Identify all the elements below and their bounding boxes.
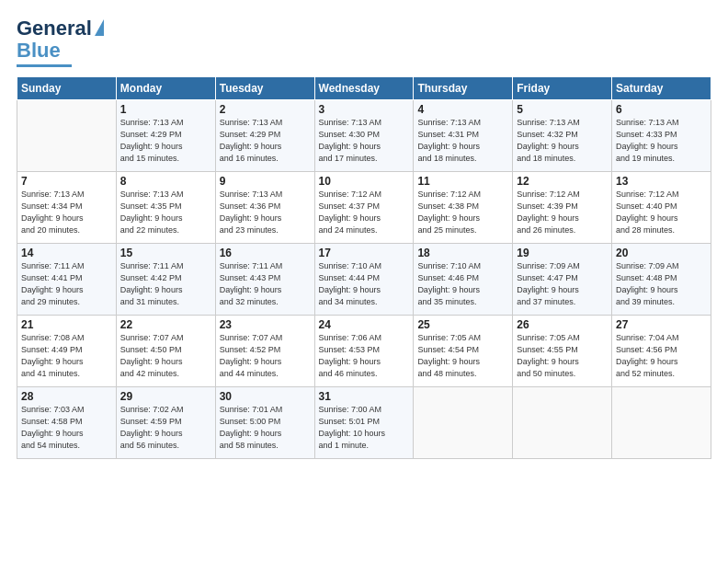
day-info: Sunrise: 7:11 AMSunset: 4:42 PMDaylight:… <box>120 260 211 308</box>
day-number: 10 <box>319 175 410 188</box>
calendar-week-5: 28Sunrise: 7:03 AMSunset: 4:58 PMDayligh… <box>17 387 711 459</box>
day-info: Sunrise: 7:12 AMSunset: 4:40 PMDaylight:… <box>616 189 707 236</box>
day-info: Sunrise: 7:03 AMSunset: 4:58 PMDaylight:… <box>21 404 112 452</box>
calendar-cell: 25Sunrise: 7:05 AMSunset: 4:54 PMDayligh… <box>414 316 513 387</box>
day-info: Sunrise: 7:06 AMSunset: 4:53 PMDaylight:… <box>319 332 410 380</box>
day-info: Sunrise: 7:07 AMSunset: 4:50 PMDaylight:… <box>120 332 211 380</box>
day-info: Sunrise: 7:13 AMSunset: 4:31 PMDaylight:… <box>417 117 508 165</box>
day-number: 11 <box>417 175 508 188</box>
day-info: Sunrise: 7:13 AMSunset: 4:32 PMDaylight:… <box>517 117 608 165</box>
calendar-cell: 16Sunrise: 7:11 AMSunset: 4:43 PMDayligh… <box>215 244 314 316</box>
calendar-cell: 17Sunrise: 7:10 AMSunset: 4:44 PMDayligh… <box>314 244 414 316</box>
calendar-cell: 7Sunrise: 7:13 AMSunset: 4:34 PMDaylight… <box>17 172 117 244</box>
day-number: 4 <box>417 103 508 116</box>
calendar-cell <box>513 387 612 459</box>
day-info: Sunrise: 7:04 AMSunset: 4:56 PMDaylight:… <box>616 332 707 380</box>
day-info: Sunrise: 7:10 AMSunset: 4:46 PMDaylight:… <box>417 260 508 308</box>
day-info: Sunrise: 7:10 AMSunset: 4:44 PMDaylight:… <box>319 260 410 308</box>
day-number: 22 <box>120 318 211 331</box>
day-info: Sunrise: 7:05 AMSunset: 4:54 PMDaylight:… <box>417 332 508 380</box>
day-number: 21 <box>21 318 112 331</box>
day-number: 19 <box>517 247 608 259</box>
calendar-week-4: 21Sunrise: 7:08 AMSunset: 4:49 PMDayligh… <box>17 316 711 387</box>
day-number: 15 <box>120 247 211 259</box>
calendar-cell: 26Sunrise: 7:05 AMSunset: 4:55 PMDayligh… <box>513 316 612 387</box>
calendar-cell: 12Sunrise: 7:12 AMSunset: 4:39 PMDayligh… <box>513 172 612 244</box>
header: General Blue <box>17 17 711 67</box>
calendar-cell: 19Sunrise: 7:09 AMSunset: 4:47 PMDayligh… <box>513 244 612 316</box>
day-info: Sunrise: 7:00 AMSunset: 5:01 PMDaylight:… <box>319 404 410 452</box>
logo-triangle-icon <box>95 19 104 36</box>
day-info: Sunrise: 7:13 AMSunset: 4:36 PMDaylight:… <box>220 189 311 236</box>
day-number: 26 <box>517 318 608 331</box>
day-number: 8 <box>120 175 211 188</box>
calendar-cell: 18Sunrise: 7:10 AMSunset: 4:46 PMDayligh… <box>414 244 513 316</box>
day-info: Sunrise: 7:12 AMSunset: 4:38 PMDaylight:… <box>417 189 508 236</box>
day-header-thursday: Thursday <box>414 77 513 100</box>
day-number: 14 <box>21 247 112 259</box>
day-number: 29 <box>120 390 211 403</box>
day-number: 27 <box>616 318 707 331</box>
calendar-cell: 11Sunrise: 7:12 AMSunset: 4:38 PMDayligh… <box>414 172 513 244</box>
logo-underline <box>17 64 72 67</box>
day-number: 30 <box>220 390 311 403</box>
calendar-cell: 23Sunrise: 7:07 AMSunset: 4:52 PMDayligh… <box>215 316 314 387</box>
calendar-cell: 10Sunrise: 7:12 AMSunset: 4:37 PMDayligh… <box>314 172 414 244</box>
calendar-cell: 27Sunrise: 7:04 AMSunset: 4:56 PMDayligh… <box>612 316 711 387</box>
calendar-cell: 29Sunrise: 7:02 AMSunset: 4:59 PMDayligh… <box>116 387 215 459</box>
calendar-cell: 14Sunrise: 7:11 AMSunset: 4:41 PMDayligh… <box>17 244 117 316</box>
day-number: 18 <box>417 247 508 259</box>
day-info: Sunrise: 7:13 AMSunset: 4:30 PMDaylight:… <box>319 117 410 165</box>
calendar-table: SundayMondayTuesdayWednesdayThursdayFrid… <box>17 76 711 459</box>
page: General Blue SundayMondayTuesdayWednesda… <box>0 0 728 468</box>
day-header-friday: Friday <box>513 77 612 100</box>
day-info: Sunrise: 7:09 AMSunset: 4:48 PMDaylight:… <box>616 260 707 308</box>
day-number: 23 <box>220 318 311 331</box>
calendar-cell: 4Sunrise: 7:13 AMSunset: 4:31 PMDaylight… <box>414 100 513 172</box>
calendar-cell: 13Sunrise: 7:12 AMSunset: 4:40 PMDayligh… <box>612 172 711 244</box>
day-number: 13 <box>616 175 707 188</box>
day-number: 31 <box>319 390 410 403</box>
day-number: 3 <box>319 103 410 116</box>
calendar-cell: 20Sunrise: 7:09 AMSunset: 4:48 PMDayligh… <box>612 244 711 316</box>
calendar-cell: 3Sunrise: 7:13 AMSunset: 4:30 PMDaylight… <box>314 100 414 172</box>
day-info: Sunrise: 7:11 AMSunset: 4:41 PMDaylight:… <box>21 260 112 308</box>
calendar-cell: 21Sunrise: 7:08 AMSunset: 4:49 PMDayligh… <box>17 316 117 387</box>
day-number: 20 <box>616 247 707 259</box>
logo: General Blue <box>17 17 104 67</box>
day-info: Sunrise: 7:13 AMSunset: 4:29 PMDaylight:… <box>120 117 211 165</box>
day-header-sunday: Sunday <box>17 77 117 100</box>
day-info: Sunrise: 7:02 AMSunset: 4:59 PMDaylight:… <box>120 404 211 452</box>
day-info: Sunrise: 7:13 AMSunset: 4:33 PMDaylight:… <box>616 117 707 165</box>
day-number: 12 <box>517 175 608 188</box>
day-number: 25 <box>417 318 508 331</box>
calendar-cell: 30Sunrise: 7:01 AMSunset: 5:00 PMDayligh… <box>215 387 314 459</box>
calendar-cell: 28Sunrise: 7:03 AMSunset: 4:58 PMDayligh… <box>17 387 117 459</box>
day-number: 28 <box>21 390 112 403</box>
day-info: Sunrise: 7:13 AMSunset: 4:34 PMDaylight:… <box>21 189 112 236</box>
day-info: Sunrise: 7:07 AMSunset: 4:52 PMDaylight:… <box>220 332 311 380</box>
day-number: 6 <box>616 103 707 116</box>
day-header-monday: Monday <box>116 77 215 100</box>
calendar-week-2: 7Sunrise: 7:13 AMSunset: 4:34 PMDaylight… <box>17 172 711 244</box>
calendar-cell <box>17 100 117 172</box>
calendar-header-row: SundayMondayTuesdayWednesdayThursdayFrid… <box>17 77 711 100</box>
day-info: Sunrise: 7:13 AMSunset: 4:35 PMDaylight:… <box>120 189 211 236</box>
calendar-week-1: 1Sunrise: 7:13 AMSunset: 4:29 PMDaylight… <box>17 100 711 172</box>
calendar-cell: 5Sunrise: 7:13 AMSunset: 4:32 PMDaylight… <box>513 100 612 172</box>
calendar-cell: 24Sunrise: 7:06 AMSunset: 4:53 PMDayligh… <box>314 316 414 387</box>
day-number: 9 <box>220 175 311 188</box>
calendar-cell: 1Sunrise: 7:13 AMSunset: 4:29 PMDaylight… <box>116 100 215 172</box>
day-header-saturday: Saturday <box>612 77 711 100</box>
day-header-tuesday: Tuesday <box>215 77 314 100</box>
day-number: 16 <box>220 247 311 259</box>
logo-blue-text: Blue <box>17 39 61 63</box>
calendar-cell <box>612 387 711 459</box>
day-number: 2 <box>220 103 311 116</box>
calendar-cell: 22Sunrise: 7:07 AMSunset: 4:50 PMDayligh… <box>116 316 215 387</box>
calendar-cell: 6Sunrise: 7:13 AMSunset: 4:33 PMDaylight… <box>612 100 711 172</box>
calendar-week-3: 14Sunrise: 7:11 AMSunset: 4:41 PMDayligh… <box>17 244 711 316</box>
day-header-wednesday: Wednesday <box>314 77 414 100</box>
day-number: 7 <box>21 175 112 188</box>
day-number: 17 <box>319 247 410 259</box>
